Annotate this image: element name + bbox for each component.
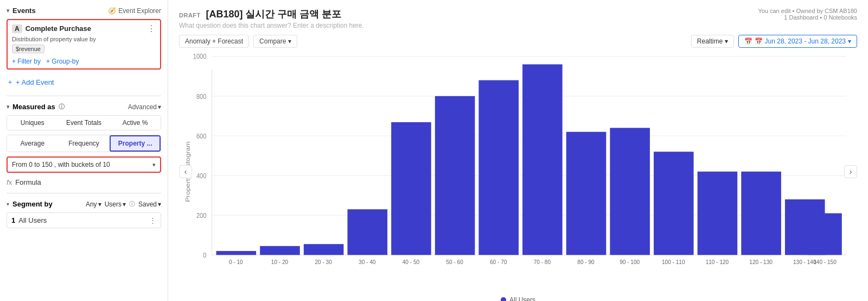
divider-1 [7,96,161,96]
chart-meta-line2: 1 Dashboard • 0 Notebooks [758,14,857,21]
bar-10-20 [260,246,300,255]
events-title: ▾ Events [7,7,36,15]
segment-by-label: Segment by [12,200,53,208]
bucket-selector[interactable]: From 0 to 150 , with buckets of 10 ▾ [7,156,161,173]
svg-text:50 - 60: 50 - 60 [446,258,463,265]
plus-icon: ＋ [7,77,14,87]
svg-text:800: 800 [196,92,207,101]
event-name: Complete Purchase [25,24,91,33]
svg-text:100 - 110: 100 - 110 [662,258,685,265]
realtime-button[interactable]: Realtime ▾ [691,35,734,48]
any-select[interactable]: Any ▾ [86,200,101,208]
segment-controls: Any ▾ Users ▾ ⓘ Saved ▾ [86,200,161,208]
segment-collapse-icon[interactable]: ▾ [7,201,9,207]
realtime-chevron-icon: ▾ [725,37,728,45]
svg-text:400: 400 [196,172,207,180]
measure-average[interactable]: Average [7,135,58,152]
formula-row[interactable]: fx Formula [7,178,161,186]
svg-text:0: 0 [203,251,206,259]
bucket-chevron-icon: ▾ [152,161,156,168]
add-event-button[interactable]: ＋ + Add Event [7,75,54,89]
users-menu-icon[interactable]: ⋮ [149,216,156,224]
measured-as-title: ▾ Measured as ⓘ [7,103,65,111]
event-label: A Complete Purchase [12,24,91,33]
chart-nav-right[interactable]: › [844,165,857,178]
bar-60-70 [478,80,519,255]
bar-70-80 [522,64,563,255]
legend-dot-all-users [501,297,506,301]
measured-info-icon[interactable]: ⓘ [59,103,65,111]
svg-text:60 - 70: 60 - 70 [490,258,507,265]
measure-grid-row2: Average Frequency Property ... [7,135,161,152]
fx-icon: fx [7,178,12,186]
anomaly-forecast-button[interactable]: Anomaly + Forecast [179,35,249,48]
svg-text:90 - 100: 90 - 100 [620,258,640,265]
measured-collapse-icon[interactable]: ▾ [7,104,9,110]
svg-text:120 - 130: 120 - 130 [749,258,773,265]
chart-title-area: DRAFT [AB180] 실시간 구매 금액 분포 What question… [179,8,758,29]
chart-title: [AB180] 실시간 구매 금액 분포 [206,9,341,20]
event-item-complete-purchase: A Complete Purchase ⋮ Distribution of pr… [7,19,161,70]
measured-as-header: ▾ Measured as ⓘ Advanced ▾ [7,103,161,111]
chart-header: DRAFT [AB180] 실시간 구매 금액 분포 What question… [179,8,857,29]
svg-text:20 - 30: 20 - 30 [315,258,331,265]
chart-toolbar: Anomaly + Forecast Compare ▾ Realtime ▾ … [179,35,857,48]
chart-subtitle[interactable]: What question does this chart answer? En… [179,22,758,29]
svg-text:10 - 20: 10 - 20 [271,258,288,265]
event-letter: A [12,24,22,33]
bar-90-100 [610,128,650,255]
svg-text:0 - 10: 0 - 10 [229,258,243,265]
bar-0-10 [216,251,257,255]
measure-uniques[interactable]: Uniques [7,116,58,130]
saved-select[interactable]: Saved ▾ [138,200,161,208]
compare-button[interactable]: Compare ▾ [253,35,297,48]
filter-group-row: + Filter by + Group-by [12,58,156,65]
bar-140-150 [808,214,842,255]
measure-frequency[interactable]: Frequency [59,135,110,152]
bar-20-30 [304,244,344,255]
event-menu-icon[interactable]: ⋮ [147,23,156,34]
all-users-row: 1 All Users ⋮ [7,212,161,228]
event-explorer-button[interactable]: 🧭 Event Explorer [108,7,161,15]
advanced-button[interactable]: Advanced ▾ [128,103,161,111]
measure-grid-row1: Uniques Event Totals Active % [7,115,161,130]
calendar-icon: 📅 [744,37,752,45]
bar-30-40 [347,209,387,255]
compare-chevron-icon: ▾ [288,37,291,45]
svg-text:70 - 80: 70 - 80 [534,258,551,265]
users-label: All Users [18,216,146,224]
bar-100-110 [654,152,694,255]
users-select[interactable]: Users ▾ [105,200,126,208]
toolbar-right: Realtime ▾ 📅 📅 Jun 28, 2023 - Jun 28, 20… [691,35,857,48]
divider-2 [7,193,161,193]
svg-text:110 - 120: 110 - 120 [706,258,729,265]
events-label: Events [12,7,36,15]
measure-property[interactable]: Property ... [110,135,161,152]
date-range-button[interactable]: 📅 📅 Jun 28, 2023 - Jun 28, 2023 ▾ [738,35,857,48]
filter-by-link[interactable]: + Filter by [12,58,41,65]
chart-nav-left[interactable]: ‹ [179,165,192,178]
event-desc: Distribution of property value by [12,36,156,42]
measure-active-pct[interactable]: Active % [110,116,161,130]
events-section-header: ▾ Events 🧭 Event Explorer [7,7,161,15]
group-by-link[interactable]: + Group-by [46,58,79,65]
svg-text:130 - 140: 130 - 140 [793,258,816,265]
measure-event-totals[interactable]: Event Totals [59,116,110,130]
histogram-chart: Property Histogram 0 200 400 600 800 100… [179,50,857,293]
segment-info-icon[interactable]: ⓘ [129,200,135,208]
draft-badge: DRAFT [179,12,201,18]
bar-50-60 [435,96,475,255]
bar-40-50 [391,122,431,255]
svg-text:600: 600 [196,132,207,140]
svg-text:140 - 150: 140 - 150 [813,258,837,265]
property-tag[interactable]: $revenue [12,45,44,53]
bar-80-90 [566,132,607,255]
formula-label: Formula [15,178,41,186]
events-collapse-icon[interactable]: ▾ [7,8,9,14]
svg-text:40 - 50: 40 - 50 [403,258,419,265]
left-panel: ▾ Events 🧭 Event Explorer A Complete Pur… [0,0,168,301]
chart-meta-line1: You can edit • Owned by CSM AB180 [758,8,857,14]
chart-container: ‹ › Property Histogram 0 200 400 600 800… [179,50,857,293]
legend-label-all-users: All Users [509,296,535,301]
svg-text:80 - 90: 80 - 90 [577,258,594,265]
